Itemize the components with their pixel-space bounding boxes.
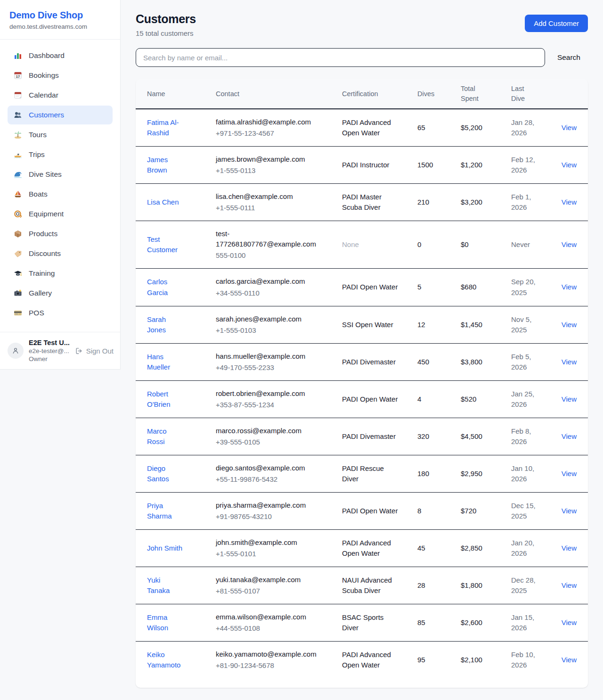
customer-last-dive: Feb 1, 2026 (511, 192, 540, 213)
sidebar-item-gallery[interactable]: Gallery (8, 284, 113, 303)
view-customer-link[interactable]: View (562, 432, 577, 440)
view-customer-link[interactable]: View (562, 618, 577, 626)
customer-name-link[interactable]: Emma Wilson (147, 612, 185, 633)
customer-dives: 450 (417, 343, 461, 380)
add-customer-button[interactable]: Add Customer (525, 15, 588, 32)
customer-email: robert.obrien@example.com (216, 388, 319, 399)
customer-phone: +1-555-0101 (216, 549, 337, 559)
table-header: NameContactCertificationDivesTotal Spent… (136, 79, 588, 109)
sidebar-item-trips[interactable]: Trips (8, 145, 113, 164)
customer-name-link[interactable]: Sarah Jones (147, 314, 185, 335)
customer-dives: 1500 (417, 147, 461, 184)
sidebar-item-discounts[interactable]: Discounts (8, 244, 113, 263)
customer-total-spent: $2,850 (461, 530, 511, 567)
view-customer-link[interactable]: View (562, 544, 577, 552)
sidebar-item-tours[interactable]: Tours (8, 125, 113, 144)
wave-icon (13, 170, 23, 179)
customer-contact: sarah.jones@example.com +1-555-0103 (216, 306, 342, 343)
view-customer-link[interactable]: View (562, 283, 577, 291)
sidebar-item-boats[interactable]: Boats (8, 185, 113, 204)
customer-contact: james.brown@example.com +1-555-0113 (216, 147, 342, 184)
customer-dives: 180 (417, 455, 461, 492)
sidebar-item-training[interactable]: Training (8, 264, 113, 283)
view-customer-link[interactable]: View (562, 321, 577, 329)
customer-dives: 8 (417, 493, 461, 530)
view-customer-link[interactable]: View (562, 507, 577, 515)
view-customer-link[interactable]: View (562, 581, 577, 589)
customer-email: john.smith@example.com (216, 537, 319, 548)
customer-certification: PADI Rescue Diver (342, 463, 399, 484)
sidebar-item-label: Bookings (29, 71, 59, 80)
customer-phone: 555-0100 (216, 250, 337, 261)
customer-certification: SSI Open Water (342, 320, 399, 330)
column-header-contact: Contact (216, 79, 342, 109)
sailboat-icon (13, 189, 23, 199)
customer-total-spent: $1,450 (461, 306, 511, 343)
view-customer-link[interactable]: View (562, 656, 577, 664)
graduation-cap-icon (13, 269, 23, 278)
sidebar-item-bookings[interactable]: 17 Bookings (8, 66, 113, 85)
customer-name-link[interactable]: Carlos Garcia (147, 277, 185, 297)
customer-name-link[interactable]: Robert O'Brien (147, 389, 185, 410)
sign-out-label: Sign Out (86, 347, 114, 355)
table-row: Priya Sharma priya.sharma@example.com +9… (136, 493, 588, 530)
customer-name-link[interactable]: Lisa Chen (147, 197, 179, 207)
customer-certification: PADI Open Water (342, 506, 399, 516)
customer-name-link[interactable]: Keiko Yamamoto (147, 650, 185, 670)
sidebar-item-dive-sites[interactable]: Dive Sites (8, 165, 113, 184)
calendar-icon (13, 91, 23, 100)
customer-name-link[interactable]: Marco Rossi (147, 426, 185, 447)
customer-name-link[interactable]: Test Customer (147, 234, 185, 255)
page-title-block: Customers 15 total customers (136, 12, 196, 37)
sidebar-item-products[interactable]: Products (8, 224, 113, 243)
customer-phone: +81-555-0107 (216, 586, 337, 596)
customer-name-link[interactable]: Priya Sharma (147, 501, 185, 521)
customer-last-dive: Dec 28, 2025 (511, 575, 540, 596)
sidebar-item-dashboard[interactable]: Dashboard (8, 46, 113, 65)
sidebar-item-equipment[interactable]: Equipment (8, 205, 113, 223)
customer-certification: BSAC Sports Diver (342, 612, 399, 633)
view-customer-link[interactable]: View (562, 469, 577, 478)
customer-name-link[interactable]: James Brown (147, 155, 185, 175)
customer-dives: 95 (417, 642, 461, 679)
credit-card-icon (13, 308, 23, 318)
customer-certification: PADI Divemaster (342, 357, 399, 367)
customer-phone: +971-55-123-4567 (216, 128, 337, 139)
sidebar-item-label: Dashboard (29, 51, 65, 60)
shop-domain: demo.test.divestreams.com (9, 23, 111, 30)
search-button[interactable]: Search (545, 53, 588, 62)
svg-text:17: 17 (16, 74, 20, 79)
customer-name-link[interactable]: Yuki Tanaka (147, 575, 185, 596)
customer-total-spent: $680 (461, 269, 511, 306)
customer-name-link[interactable]: John Smith (147, 543, 182, 553)
search-input[interactable] (136, 48, 545, 67)
customer-phone: +44-555-0108 (216, 623, 337, 634)
customer-email: sarah.jones@example.com (216, 314, 319, 324)
sidebar-item-calendar[interactable]: Calendar (8, 86, 113, 105)
view-customer-link[interactable]: View (562, 240, 577, 248)
view-customer-link[interactable]: View (562, 198, 577, 206)
table-row: Carlos Garcia carlos.garcia@example.com … (136, 269, 588, 306)
sidebar-item-label: Tours (29, 131, 47, 139)
customer-email: marco.rossi@example.com (216, 426, 319, 436)
customer-contact: priya.sharma@example.com +91-98765-43210 (216, 493, 342, 530)
sidebar-item-label: Boats (29, 190, 48, 198)
sidebar-item-customers[interactable]: Customers (8, 106, 113, 124)
sidebar-item-label: Calendar (29, 91, 58, 99)
column-header-last-dive: Last Dive (511, 79, 558, 109)
view-customer-link[interactable]: View (562, 358, 577, 366)
view-customer-link[interactable]: View (562, 395, 577, 403)
customer-name-link[interactable]: Hans Mueller (147, 352, 185, 372)
view-customer-link[interactable]: View (562, 124, 577, 132)
customer-last-dive: Dec 15, 2025 (511, 501, 540, 521)
speedboat-icon (13, 150, 23, 159)
customer-name-link[interactable]: Fatima Al-Rashid (147, 117, 185, 138)
table-row: John Smith john.smith@example.com +1-555… (136, 530, 588, 567)
table-header-row: NameContactCertificationDivesTotal Spent… (136, 79, 588, 109)
view-customer-link[interactable]: View (562, 161, 577, 169)
sidebar-item-pos[interactable]: POS (8, 304, 113, 322)
customer-contact: fatima.alrashid@example.com +971-55-123-… (216, 109, 342, 147)
customer-name-link[interactable]: Diego Santos (147, 463, 185, 484)
sign-out-button[interactable]: Sign Out (75, 347, 114, 355)
customer-email: emma.wilson@example.com (216, 612, 319, 622)
